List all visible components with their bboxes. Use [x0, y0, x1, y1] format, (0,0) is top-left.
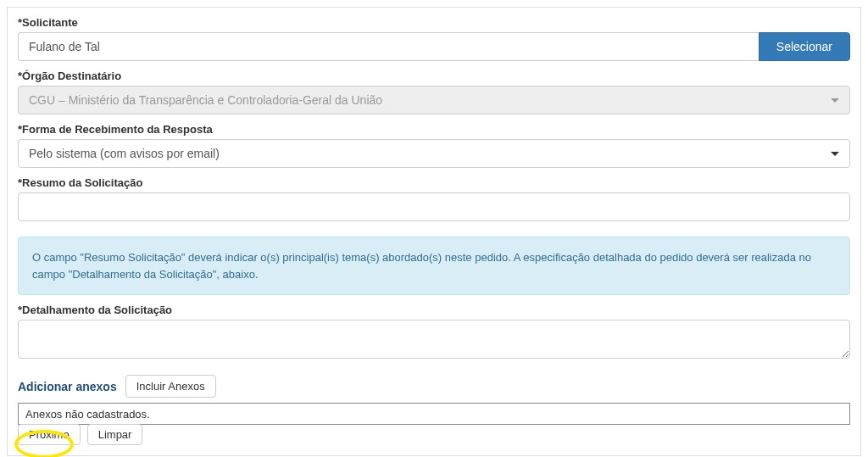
anexos-row: Adicionar anexos Incluir Anexos: [18, 375, 850, 398]
anexos-box: Anexos não cadastrados.: [18, 403, 850, 425]
action-buttons: Próximo Limpar: [18, 424, 850, 445]
textarea-detalhamento[interactable]: [18, 320, 850, 359]
label-detalhamento-text: Detalhamento da Solicitação: [22, 304, 172, 316]
label-orgao: *Órgão Destinatário: [18, 70, 850, 82]
field-orgao: *Órgão Destinatário CGU – Ministério da …: [18, 70, 850, 114]
chevron-down-icon: [831, 152, 839, 156]
info-box: O campo "Resumo Solicitação" deverá indi…: [18, 237, 850, 295]
field-resumo: *Resumo da Solicitação: [18, 176, 850, 221]
btn-selecionar[interactable]: Selecionar: [759, 32, 850, 61]
form-container: *Solicitante Selecionar *Órgão Destinatá…: [7, 7, 861, 456]
field-detalhamento: *Detalhamento da Solicitação: [18, 304, 850, 361]
anexos-title: Adicionar anexos: [18, 380, 117, 393]
btn-proximo[interactable]: Próximo: [18, 424, 81, 445]
field-solicitante: *Solicitante Selecionar: [18, 16, 850, 61]
chevron-down-icon: [831, 98, 839, 103]
label-resumo: *Resumo da Solicitação: [18, 176, 850, 189]
label-forma-text: Forma de Recebimento da Resposta: [22, 123, 213, 136]
input-resumo[interactable]: [18, 192, 850, 221]
select-orgao: CGU – Ministério da Transparência e Cont…: [18, 86, 850, 114]
anexos-empty-text: Anexos não cadastrados.: [25, 408, 150, 421]
select-forma-value: Pelo sistema (com avisos por email): [29, 147, 220, 160]
field-forma: *Forma de Recebimento da Resposta Pelo s…: [18, 123, 850, 168]
select-forma[interactable]: Pelo sistema (com avisos por email): [18, 139, 850, 168]
label-forma: *Forma de Recebimento da Resposta: [18, 123, 850, 136]
input-solicitante[interactable]: [18, 32, 759, 61]
label-resumo-text: Resumo da Solicitação: [22, 176, 142, 189]
label-solicitante-text: Solicitante: [22, 16, 78, 29]
btn-incluir-anexos[interactable]: Incluir Anexos: [125, 375, 216, 398]
label-orgao-text: Órgão Destinatário: [22, 70, 121, 82]
label-detalhamento: *Detalhamento da Solicitação: [18, 304, 850, 316]
select-orgao-value: CGU – Ministério da Transparência e Cont…: [29, 93, 382, 107]
label-solicitante: *Solicitante: [18, 16, 850, 29]
btn-limpar[interactable]: Limpar: [87, 424, 143, 445]
